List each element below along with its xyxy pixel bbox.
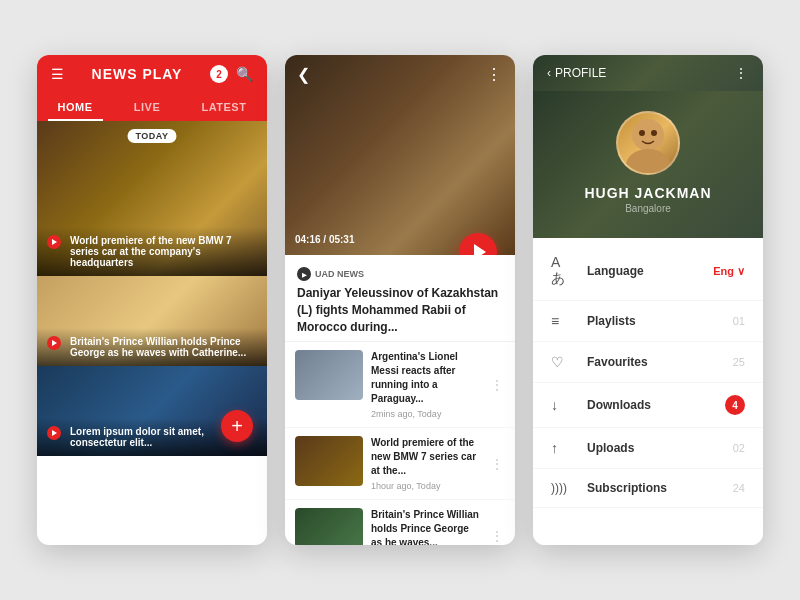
- menu-item-subscriptions[interactable]: )))) Subscriptions 24: [533, 469, 763, 508]
- menu-item-playlists[interactable]: ≡ Playlists 01: [533, 301, 763, 342]
- uploads-value: 02: [733, 442, 745, 454]
- back-chevron-icon: ‹: [547, 66, 551, 80]
- hero-text: World premiere of the new BMW 7 series c…: [70, 235, 257, 268]
- source-play-icon: [297, 267, 311, 281]
- news-header: UAD NEWS Daniyar Yeleussinov of Kazakhst…: [285, 255, 515, 342]
- tab-live[interactable]: LIVE: [124, 97, 170, 121]
- profile-header-title: PROFILE: [555, 66, 606, 80]
- tab-latest[interactable]: LATEST: [191, 97, 256, 121]
- list-more-icon-3[interactable]: ⋮: [490, 528, 505, 544]
- profile-menu: Aあ Language Eng ∨ ≡ Playlists 01 ♡ Favou…: [533, 238, 763, 545]
- news-source: UAD NEWS: [297, 267, 503, 281]
- menu-item-downloads[interactable]: ↓ Downloads 4: [533, 383, 763, 428]
- list-title-3: Britain's Prince Willian holds Prince Ge…: [371, 508, 482, 545]
- avatar: [616, 111, 680, 175]
- svg-point-0: [632, 119, 664, 151]
- back-button[interactable]: ‹ PROFILE: [547, 66, 606, 80]
- screen-news-play: ☰ NEWS PLAY 2 🔍 HOME LIVE LATEST TODAY W…: [37, 55, 267, 545]
- downloads-icon: ↓: [551, 397, 573, 413]
- svg-point-1: [626, 149, 670, 173]
- menu-icon[interactable]: ☰: [51, 66, 64, 82]
- list-more-icon-1[interactable]: ⋮: [490, 377, 505, 393]
- tab-home[interactable]: HOME: [48, 97, 103, 121]
- playlists-label: Playlists: [587, 314, 733, 328]
- hero-overlay: World premiere of the new BMW 7 series c…: [37, 227, 267, 276]
- profile-bg: HUGH JACKMAN Bangalore: [533, 91, 763, 238]
- subscriptions-icon: )))): [551, 481, 573, 495]
- hero-caption: World premiere of the new BMW 7 series c…: [47, 235, 257, 268]
- video-hero: ❮ ⋮ 04:16 / 05:31: [285, 55, 515, 255]
- uploads-icon: ↑: [551, 440, 573, 456]
- card1-text: Britain's Prince Willian holds Prince Ge…: [70, 336, 257, 358]
- play-dot-icon-2[interactable]: [47, 336, 61, 350]
- card1-caption: Britain's Prince Willian holds Prince Ge…: [47, 336, 257, 358]
- downloads-label: Downloads: [587, 398, 725, 412]
- news-play-header: ☰ NEWS PLAY 2 🔍: [37, 55, 267, 93]
- list-content-2: World premiere of the new BMW 7 series c…: [371, 436, 482, 491]
- news-card-2[interactable]: Lorem ipsum dolor sit amet, consectetur …: [37, 366, 267, 456]
- card1-overlay: Britain's Prince Willian holds Prince Ge…: [37, 328, 267, 366]
- favourites-icon: ♡: [551, 354, 573, 370]
- app-title: NEWS PLAY: [92, 66, 183, 82]
- play-dot-icon[interactable]: [47, 235, 61, 249]
- notification-badge[interactable]: 2: [210, 65, 228, 83]
- screen-profile: ‹ PROFILE ⋮ HUGH JACKMAN Bangalore A: [533, 55, 763, 545]
- list-meta-1: 2mins ago, Today: [371, 409, 482, 419]
- user-location: Bangalore: [625, 203, 671, 214]
- thumb-1: [295, 350, 363, 400]
- language-value: Eng ∨: [713, 265, 745, 278]
- playlists-value: 01: [733, 315, 745, 327]
- source-label: UAD NEWS: [315, 269, 364, 279]
- news-card-1[interactable]: Britain's Prince Willian holds Prince Ge…: [37, 276, 267, 366]
- favourites-value: 25: [733, 356, 745, 368]
- list-content-1: Argentina's Lionel Messi reacts after ru…: [371, 350, 482, 419]
- subscriptions-label: Subscriptions: [587, 481, 733, 495]
- menu-item-language[interactable]: Aあ Language Eng ∨: [533, 242, 763, 301]
- list-item-1[interactable]: Argentina's Lionel Messi reacts after ru…: [285, 342, 515, 428]
- menu-item-favourites[interactable]: ♡ Favourites 25: [533, 342, 763, 383]
- hero-image: TODAY World premiere of the new BMW 7 se…: [37, 121, 267, 276]
- thumb-3: [295, 508, 363, 545]
- news-main-title: Daniyar Yeleussinov of Kazakhstan (L) fi…: [297, 285, 503, 335]
- menu-item-uploads[interactable]: ↑ Uploads 02: [533, 428, 763, 469]
- list-more-icon-2[interactable]: ⋮: [490, 456, 505, 472]
- downloads-badge: 4: [725, 395, 745, 415]
- playlists-icon: ≡: [551, 313, 573, 329]
- thumb-2: [295, 436, 363, 486]
- tab-bar: HOME LIVE LATEST: [37, 93, 267, 121]
- play-dot-icon-3[interactable]: [47, 426, 61, 440]
- subscriptions-value: 24: [733, 482, 745, 494]
- list-title-2: World premiere of the new BMW 7 series c…: [371, 436, 482, 478]
- svg-point-3: [651, 130, 657, 136]
- more-options-icon[interactable]: ⋮: [486, 65, 503, 84]
- today-badge: TODAY: [127, 129, 176, 143]
- search-icon[interactable]: 🔍: [236, 66, 253, 82]
- back-chevron-icon[interactable]: ❮: [297, 65, 310, 84]
- language-icon: Aあ: [551, 254, 573, 288]
- video-timer: 04:16 / 05:31: [295, 234, 355, 245]
- header-actions: 2 🔍: [210, 65, 253, 83]
- list-item-2[interactable]: World premiere of the new BMW 7 series c…: [285, 428, 515, 500]
- video-controls-top: ❮ ⋮: [285, 65, 515, 84]
- list-item-3[interactable]: Britain's Prince Willian holds Prince Ge…: [285, 500, 515, 545]
- profile-more-icon[interactable]: ⋮: [734, 65, 749, 81]
- uploads-label: Uploads: [587, 441, 733, 455]
- list-meta-2: 1hour ago, Today: [371, 481, 482, 491]
- list-content-3: Britain's Prince Willian holds Prince Ge…: [371, 508, 482, 545]
- favourites-label: Favourites: [587, 355, 733, 369]
- svg-point-2: [639, 130, 645, 136]
- screen-video-list: ❮ ⋮ 04:16 / 05:31 UAD NEWS Daniyar Yeleu…: [285, 55, 515, 545]
- video-play-button[interactable]: [459, 233, 497, 255]
- profile-header: ‹ PROFILE ⋮: [533, 55, 763, 91]
- fab-button[interactable]: +: [221, 410, 253, 442]
- list-title-1: Argentina's Lionel Messi reacts after ru…: [371, 350, 482, 406]
- user-name: HUGH JACKMAN: [584, 185, 711, 201]
- language-label: Language: [587, 264, 713, 278]
